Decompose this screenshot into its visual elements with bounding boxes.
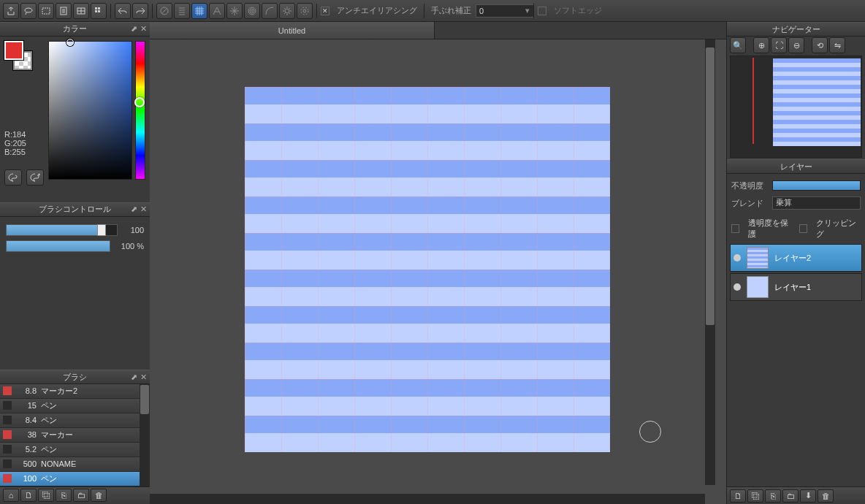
folder-layer-icon[interactable]: 🗀: [782, 489, 799, 503]
top-toolbar: アンチエイリアシング 手ぶれ補正 ▾ ソフトエッジ: [0, 0, 865, 22]
close-icon[interactable]: ✕: [140, 205, 147, 214]
blend-mode-value: 乗算: [776, 198, 792, 207]
lasso-icon[interactable]: [20, 3, 37, 19]
foreground-swatch[interactable]: [4, 41, 23, 60]
grid-tool-icon[interactable]: [91, 3, 107, 19]
export-icon[interactable]: [3, 3, 19, 19]
concentric-icon[interactable]: [244, 3, 260, 19]
document-tab[interactable]: Untitled: [150, 22, 435, 39]
no-snap-icon[interactable]: [156, 3, 172, 19]
canvas[interactable]: [245, 87, 610, 452]
grid-snap-icon[interactable]: [191, 3, 207, 19]
sv-picker[interactable]: [48, 41, 132, 180]
zoom-plus-icon[interactable]: ⊕: [753, 37, 769, 53]
redo-icon[interactable]: [132, 3, 148, 19]
blend-mode-select[interactable]: 乗算: [772, 196, 861, 210]
merge-icon[interactable]: ⬇: [800, 489, 816, 503]
brush-row[interactable]: 5.2ペン: [0, 443, 150, 457]
parallel-lines-icon[interactable]: [174, 3, 190, 19]
close-icon[interactable]: ✕: [140, 373, 147, 382]
layer-row[interactable]: レイヤー1: [730, 273, 862, 301]
popout-icon[interactable]: ⬈: [131, 24, 137, 34]
perspective-icon[interactable]: [209, 3, 225, 19]
protect-alpha-checkbox[interactable]: [731, 224, 739, 233]
brush-row[interactable]: 500NONAME: [0, 457, 150, 472]
palette-icon[interactable]: [4, 169, 22, 186]
clipping-label: クリッピング: [816, 218, 861, 240]
trash-layer-icon[interactable]: 🗑: [818, 489, 834, 503]
dup-layer-icon[interactable]: ⿻: [747, 489, 763, 503]
brush-size-label: 500: [16, 459, 37, 468]
popout-icon[interactable]: ⬈: [131, 373, 137, 382]
brush-row[interactable]: 15ペン: [0, 399, 150, 413]
duplicate-icon[interactable]: ⿻: [38, 489, 54, 502]
brush-name-label: ペン: [41, 400, 57, 411]
rgb-readout: R:184 G:205 B:255: [4, 130, 26, 156]
popout-icon[interactable]: ⬈: [131, 205, 137, 214]
close-icon[interactable]: ✕: [140, 24, 147, 34]
clipping-checkbox[interactable]: [799, 224, 807, 233]
page-icon[interactable]: [56, 3, 72, 19]
opacity-label: 不透明度: [731, 180, 768, 191]
copy-icon[interactable]: ⎘: [56, 489, 72, 502]
brush-size-value: 100: [122, 226, 144, 234]
tab-title: Untitled: [278, 26, 305, 35]
softedge-checkbox[interactable]: [538, 7, 546, 15]
navigator-header: ナビゲーター: [727, 22, 865, 37]
folder-icon[interactable]: 🗀: [73, 489, 89, 502]
flip-icon[interactable]: ⇋: [829, 37, 845, 53]
trash-icon[interactable]: 🗑: [91, 489, 107, 502]
svg-point-0: [25, 8, 32, 12]
brush-name-label: マーカー2: [41, 386, 77, 397]
brush-list: 8.8マーカー215ペン8.4ペン38マーカー5.2ペン500NONAME100…: [0, 384, 150, 486]
horizontal-scrollbar[interactable]: [150, 494, 705, 504]
hue-slider[interactable]: [135, 41, 145, 180]
gear-icon[interactable]: [279, 3, 295, 19]
brush-color-swatch: [3, 386, 12, 395]
brush-cursor: [639, 421, 661, 443]
brush-row[interactable]: 100ペン✻: [0, 472, 150, 486]
brush-size-label: 15: [16, 401, 37, 410]
settings-icon[interactable]: [297, 3, 313, 19]
rotate-icon[interactable]: ⟲: [812, 37, 828, 53]
layer-row[interactable]: レイヤー2: [730, 244, 862, 272]
antialiasing-label: アンチエイリアシング: [337, 5, 417, 16]
layer-visibility-icon[interactable]: [733, 254, 741, 261]
brush-bottom-toolbar: ⌂ 🗋 ⿻ ⎘ 🗀 🗑: [0, 486, 150, 504]
brush-scrollbar[interactable]: [140, 384, 150, 486]
layer-visibility-icon[interactable]: [733, 283, 741, 291]
vertical-scrollbar[interactable]: [705, 39, 715, 485]
new-layer-icon[interactable]: 🗋: [730, 489, 746, 503]
brush-row[interactable]: 8.8マーカー2: [0, 384, 150, 399]
table-icon[interactable]: [73, 3, 89, 19]
brush-size-slider[interactable]: [6, 224, 118, 236]
zoom-minus-icon[interactable]: ⊖: [788, 37, 804, 53]
rect-select-icon[interactable]: [38, 3, 54, 19]
brush-row[interactable]: 38マーカー: [0, 428, 150, 443]
g-value: G:205: [4, 139, 26, 148]
brush-panel-title: ブラシ: [63, 372, 87, 383]
undo-icon[interactable]: [115, 3, 131, 19]
brush-row[interactable]: 8.4ペン: [0, 413, 150, 428]
curve-icon[interactable]: [262, 3, 278, 19]
zoom-fit-icon[interactable]: ⛶: [771, 37, 787, 53]
brush-panel: 8.8マーカー215ペン8.4ペン38マーカー5.2ペン500NONAME100…: [0, 384, 150, 504]
brush-control-header: ブラシコントロール ⬈✕: [0, 202, 150, 217]
zoom-in-icon[interactable]: 🔍: [730, 37, 746, 53]
radial-icon[interactable]: [226, 3, 243, 19]
canvas-viewport[interactable]: [150, 39, 726, 504]
brush-opacity-slider[interactable]: [6, 240, 110, 252]
new-icon[interactable]: 🗋: [20, 489, 37, 502]
copy-layer-icon[interactable]: ⎘: [765, 489, 781, 503]
palette-add-icon[interactable]: [26, 169, 44, 186]
opacity-slider[interactable]: [772, 180, 861, 191]
svg-point-10: [250, 9, 254, 13]
layer-thumbnail: [747, 276, 769, 298]
brush-color-swatch: [3, 445, 12, 454]
brush-color-swatch: [3, 401, 12, 410]
home-icon[interactable]: ⌂: [3, 489, 19, 502]
navigator-preview[interactable]: [730, 56, 862, 158]
svg-point-14: [301, 7, 308, 15]
antialiasing-checkbox[interactable]: [321, 7, 329, 15]
b-value: B:255: [4, 148, 26, 156]
